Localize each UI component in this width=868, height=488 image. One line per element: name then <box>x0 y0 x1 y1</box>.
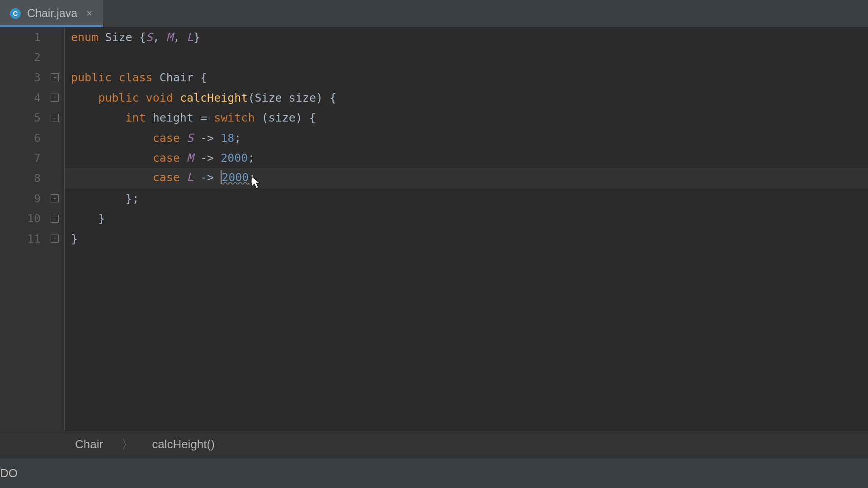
line-number: 7 <box>0 148 64 169</box>
breadcrumb-class[interactable]: Chair <box>75 437 103 451</box>
code-line[interactable]: int height = switch (size) { <box>71 108 868 128</box>
code-area[interactable]: enum Size {S, M, L} public class Chair {… <box>65 27 868 431</box>
tab-strip: C Chair.java × <box>0 0 868 27</box>
code-line[interactable]: public class Chair { <box>71 67 868 88</box>
line-number: 4- <box>0 88 64 108</box>
fold-toggle-icon[interactable]: - <box>51 94 59 102</box>
todo-tool-button[interactable]: DO <box>0 466 18 480</box>
line-number: 1 <box>0 27 64 47</box>
fold-toggle-icon[interactable]: - <box>51 194 59 202</box>
code-line[interactable]: enum Size {S, M, L} <box>71 27 868 47</box>
fold-toggle-icon[interactable]: - <box>51 235 59 243</box>
code-editor[interactable]: 1 2 3- 4- 5- 6 7 8 9- 10- 11- enum Size … <box>0 27 868 431</box>
code-line[interactable]: } <box>71 229 868 249</box>
line-number: 9- <box>0 188 64 209</box>
code-line[interactable]: public void calcHeight(Size size) { <box>71 88 868 108</box>
code-line[interactable]: case M -> 2000; <box>71 148 868 169</box>
code-line[interactable]: case S -> 18; <box>71 128 868 148</box>
line-number-gutter: 1 2 3- 4- 5- 6 7 8 9- 10- 11- <box>0 27 65 431</box>
chevron-right-icon: 〉 <box>121 436 134 453</box>
line-number: 11- <box>0 229 64 249</box>
tool-window-bar: DO <box>0 458 868 488</box>
inspection-warning[interactable]: 2000 <box>222 171 249 184</box>
code-line[interactable]: }; <box>71 188 868 209</box>
tab-label: Chair.java <box>27 7 77 20</box>
close-icon[interactable]: × <box>86 8 92 19</box>
breadcrumb-method[interactable]: calcHeight() <box>152 437 215 451</box>
tab-chair-java[interactable]: C Chair.java × <box>0 0 103 27</box>
line-number: 8 <box>0 168 64 188</box>
fold-toggle-icon[interactable]: - <box>51 114 59 122</box>
fold-toggle-icon[interactable]: - <box>51 73 59 81</box>
code-line[interactable] <box>71 47 868 68</box>
line-number: 10- <box>0 208 64 229</box>
fold-toggle-icon[interactable]: - <box>51 215 59 223</box>
code-line[interactable]: case L -> 2000; <box>71 168 868 188</box>
line-number: 5- <box>0 108 64 128</box>
class-file-icon: C <box>10 8 21 19</box>
code-line[interactable]: } <box>71 208 868 229</box>
line-number: 3- <box>0 67 64 88</box>
breadcrumb: Chair 〉 calcHeight() <box>0 431 868 458</box>
line-number: 2 <box>0 47 64 68</box>
line-number: 6 <box>0 128 64 148</box>
